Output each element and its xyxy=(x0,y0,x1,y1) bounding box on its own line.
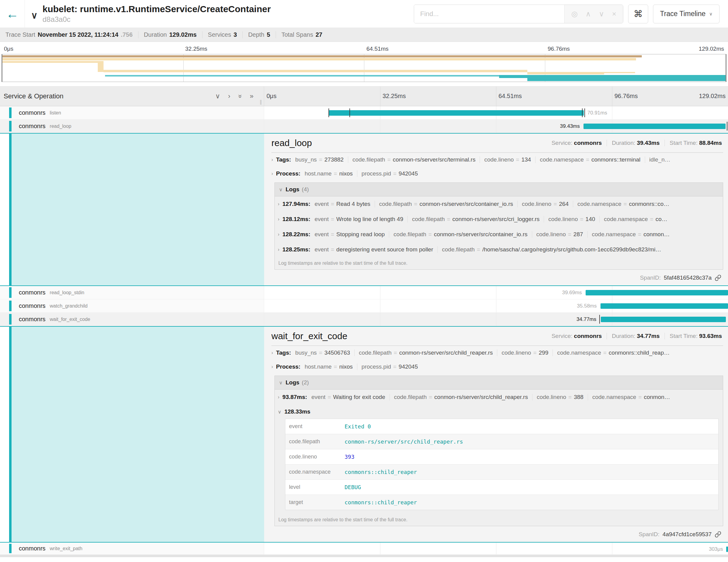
span-bar[interactable] xyxy=(600,303,728,309)
collapse-controls: ∨ › » » xyxy=(215,92,253,100)
expanded-log-entry-header[interactable]: ∨ 128.33ms xyxy=(275,405,723,417)
clear-search-icon[interactable]: × xyxy=(612,10,616,18)
log-field-row: level DEBUG xyxy=(285,479,718,495)
link-icon[interactable] xyxy=(715,274,721,281)
log-marker xyxy=(584,108,585,117)
minimap-tick: 64.51ms xyxy=(366,46,389,52)
service-label: Service: xyxy=(552,140,573,146)
span-name-cell[interactable]: conmonrs watch_grandchild xyxy=(0,299,264,312)
find-actions: ◎ ∧ ∨ × xyxy=(564,5,623,23)
log-field-value: Stopping read loop xyxy=(336,231,385,238)
tags-row[interactable]: › Tags: busy_ns=34506763 code.filepath=c… xyxy=(271,346,723,360)
equals: = xyxy=(568,394,572,400)
span-bar[interactable] xyxy=(586,290,728,295)
keyboard-shortcuts-button[interactable]: ⌘ xyxy=(628,5,648,23)
expand-all-icon[interactable]: » xyxy=(250,92,253,100)
log-field-row: event Exited 0 xyxy=(285,419,718,434)
span-service: conmonrs xyxy=(19,289,46,296)
span-id-value: 4a947cfd1ce59537 xyxy=(662,531,712,538)
span-timeline-cell[interactable]: 39.69ms xyxy=(264,286,728,299)
span-timeline-cell[interactable]: 34.77ms xyxy=(264,313,728,326)
process-value: nixos xyxy=(339,170,352,177)
focus-match-icon[interactable]: ◎ xyxy=(571,10,578,18)
chevron-right-icon: › xyxy=(278,216,279,222)
span-bar[interactable] xyxy=(328,110,583,116)
service-value: conmonrs xyxy=(574,333,602,339)
span-timeline-cell[interactable]: 303μs xyxy=(264,543,728,554)
next-result-icon[interactable]: ∨ xyxy=(599,10,604,18)
log-entry[interactable]: › 128.25ms: event=deregistering event so… xyxy=(275,242,723,257)
process-key: host.name xyxy=(305,170,332,177)
log-marker xyxy=(328,108,329,117)
logs-count: (4) xyxy=(302,186,309,193)
minimap-canvas[interactable] xyxy=(2,54,726,82)
service-value: conmonrs xyxy=(574,140,602,146)
duration-value: 39.43ms xyxy=(637,140,660,146)
timeline-minimap: 0μs 32.25ms 64.51ms 96.76ms 129.02ms xyxy=(0,42,728,86)
process-row[interactable]: › Process: host.name=nixos process.pid=9… xyxy=(271,167,723,181)
log-field-value: conmon-rs/server/src/container_io.rs xyxy=(434,231,527,238)
span-row-listen: conmonrs listen 70.91ms xyxy=(0,106,728,120)
find-input[interactable] xyxy=(414,5,564,23)
span-duration-label: 34.77ms xyxy=(577,313,596,326)
log-entry[interactable]: › 127.94ms: event=Read 4 bytes code.file… xyxy=(275,196,723,212)
services-value: 3 xyxy=(233,31,237,38)
log-field-value: conmonrs::co… xyxy=(629,201,669,207)
column-resizer-handle[interactable]: ∥ xyxy=(260,99,262,105)
equals: = xyxy=(387,156,391,163)
span-name-cell[interactable]: conmonrs wait_for_exit_code xyxy=(0,313,264,326)
tag-value: 299 xyxy=(539,349,549,356)
span-name-cell[interactable]: conmonrs read_loop_stdin xyxy=(0,286,264,299)
span-timeline-cell[interactable]: 39.43ms xyxy=(264,120,728,133)
log-entry[interactable]: › 128.12ms: event=Wrote log line of leng… xyxy=(275,212,723,227)
collapse-all-icon[interactable]: » xyxy=(236,94,244,98)
depth-value: 5 xyxy=(267,31,270,38)
log-field-key: code.lineno xyxy=(548,216,578,223)
collapse-trace-chevron-icon[interactable]: ∨ xyxy=(31,10,38,21)
log-timestamp: 128.25ms: xyxy=(282,246,310,253)
trace-title: kubelet: runtime.v1.RuntimeService/Creat… xyxy=(43,4,271,15)
span-color-bar xyxy=(9,327,12,542)
link-icon[interactable] xyxy=(715,531,721,538)
span-detail-wait-for-exit-code: wait_for_exit_code Service: conmonrs Dur… xyxy=(0,326,728,543)
span-name-cell[interactable]: conmonrs listen xyxy=(0,106,264,119)
log-field-key: event xyxy=(315,246,328,253)
span-row-read-loop-stdin: conmonrs read_loop_stdin 39.69ms xyxy=(0,286,728,299)
prev-result-icon[interactable]: ∧ xyxy=(586,10,591,18)
duration-label: Duration: xyxy=(612,140,635,146)
log-field-key: event xyxy=(315,201,328,207)
span-bar[interactable] xyxy=(601,317,726,322)
tag-key: busy_ns xyxy=(295,349,317,356)
log-field-value: DEBUG xyxy=(345,480,361,495)
span-bar[interactable] xyxy=(726,547,728,552)
service-operation-header-label: Service & Operation xyxy=(4,92,63,100)
equals: = xyxy=(331,246,334,253)
span-name-cell[interactable]: conmonrs write_exit_path xyxy=(0,543,264,554)
span-service: conmonrs xyxy=(19,109,46,116)
span-timeline-cell[interactable]: 35.58ms xyxy=(264,299,728,312)
span-bar[interactable] xyxy=(583,124,726,129)
process-row[interactable]: › Process: host.name=nixos process.pid=9… xyxy=(271,360,723,374)
logs-header[interactable]: ∨ Logs (4) xyxy=(275,183,723,196)
tags-row[interactable]: › Tags: busy_ns=273882 code.filepath=con… xyxy=(271,153,723,167)
detail-title-row: wait_for_exit_code Service: conmonrs Dur… xyxy=(271,331,723,346)
log-field-key: event xyxy=(315,231,328,238)
equals: = xyxy=(428,231,432,238)
process-key: process.pid xyxy=(362,170,391,177)
span-timeline-cell[interactable]: 70.91ms xyxy=(264,106,728,119)
log-field-key: target xyxy=(285,495,345,510)
logs-label: Logs xyxy=(286,186,299,193)
logs-header[interactable]: ∨ Logs (2) xyxy=(275,376,723,390)
collapse-one-icon[interactable]: ∨ xyxy=(215,92,220,100)
span-name-cell[interactable]: conmonrs read_loop xyxy=(0,120,264,133)
expand-one-icon[interactable]: › xyxy=(228,92,230,100)
timeline-gridline xyxy=(496,299,496,312)
log-entry[interactable]: › 93.87ms: event=Waiting for exit code c… xyxy=(275,390,723,405)
equals: = xyxy=(650,216,653,223)
log-entry[interactable]: › 128.22ms: event=Stopping read loop cod… xyxy=(275,227,723,242)
equals: = xyxy=(319,349,322,356)
trace-view-selector[interactable]: Trace Timeline ∨ xyxy=(653,5,719,23)
equals: = xyxy=(334,363,337,370)
back-button[interactable]: ← xyxy=(0,0,25,28)
depth-label: Depth xyxy=(248,31,264,38)
